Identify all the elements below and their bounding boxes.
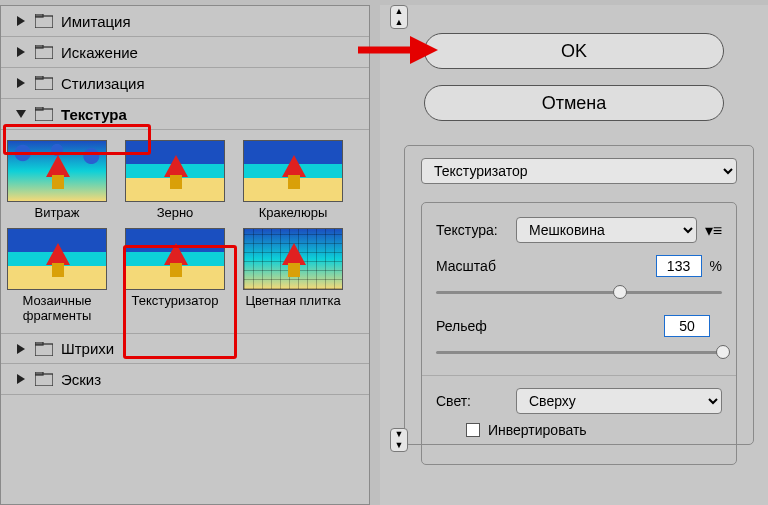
svg-marker-15 (17, 374, 25, 384)
thumb-grain[interactable]: Зерно (125, 140, 225, 220)
filter-tree-panel: Имитация Искажение Стилизация Текстура В… (0, 5, 370, 505)
svg-marker-3 (17, 47, 25, 57)
svg-rect-13 (35, 344, 53, 356)
thumb-mosaic-tiles[interactable]: Мозаичные фрагменты (7, 228, 107, 323)
chevron-right-icon (15, 343, 27, 355)
chevron-right-icon (15, 15, 27, 27)
tree-item-stylization[interactable]: Стилизация (1, 68, 369, 99)
settings-panel: ▲▲ OK Отмена Текстуризатор Текстура: Меш… (380, 5, 768, 505)
scale-unit: % (710, 258, 722, 274)
invert-label: Инвертировать (488, 422, 587, 438)
svg-rect-7 (35, 78, 53, 90)
thumb-label: Кракелюры (243, 205, 343, 220)
expand-stepper[interactable]: ▼▼ (390, 428, 408, 452)
chevron-right-icon (15, 46, 27, 58)
folder-icon (35, 76, 53, 90)
svg-marker-12 (17, 344, 25, 354)
svg-rect-16 (35, 374, 53, 386)
params-group: Текстуризатор Текстура: Мешковина ▾≡ Мас… (404, 145, 754, 445)
svg-rect-1 (35, 16, 53, 28)
cancel-button[interactable]: Отмена (424, 85, 724, 121)
svg-marker-6 (17, 78, 25, 88)
svg-marker-0 (17, 16, 25, 26)
tree-item-sketch[interactable]: Эскиз (1, 364, 369, 395)
folder-icon (35, 372, 53, 386)
thumb-label: Мозаичные фрагменты (7, 293, 107, 323)
filter-select[interactable]: Текстуризатор (421, 158, 737, 184)
tree-item-texture[interactable]: Текстура (1, 99, 369, 130)
thumb-label: Витраж (7, 205, 107, 220)
folder-icon (35, 342, 53, 356)
flyout-menu-icon[interactable]: ▾≡ (705, 221, 722, 240)
invert-checkbox[interactable] (466, 423, 480, 437)
scale-input[interactable] (656, 255, 702, 277)
tree-label: Эскиз (61, 371, 101, 388)
ok-button[interactable]: OK (424, 33, 724, 69)
tree-label: Имитация (61, 13, 131, 30)
texture-select[interactable]: Мешковина (516, 217, 697, 243)
collapse-stepper[interactable]: ▲▲ (390, 5, 408, 29)
thumbnails-grid: Витраж Зерно Кракелюры Мозаичные фрагмен… (1, 130, 369, 333)
tree-item-strokes[interactable]: Штрихи (1, 333, 369, 364)
thumb-stained-glass[interactable]: Витраж (7, 140, 107, 220)
svg-rect-10 (35, 109, 53, 121)
relief-slider[interactable] (436, 345, 722, 361)
scale-slider[interactable] (436, 285, 722, 301)
tree-label: Текстура (61, 106, 127, 123)
thumb-texturizer[interactable]: Текстуризатор (125, 228, 225, 323)
tree-label: Штрихи (61, 340, 114, 357)
folder-icon (35, 45, 53, 59)
chevron-right-icon (15, 373, 27, 385)
relief-input[interactable] (664, 315, 710, 337)
tree-label: Стилизация (61, 75, 145, 92)
tree-item-distortion[interactable]: Искажение (1, 37, 369, 68)
thumb-label: Зерно (125, 205, 225, 220)
folder-icon (35, 14, 53, 28)
svg-rect-4 (35, 47, 53, 59)
chevron-down-icon (15, 108, 27, 120)
folder-open-icon (35, 107, 53, 121)
texture-label: Текстура: (436, 222, 516, 238)
tree-item-imitation[interactable]: Имитация (1, 6, 369, 37)
scale-label: Масштаб (436, 258, 656, 274)
tree-label: Искажение (61, 44, 138, 61)
light-label: Свет: (436, 393, 516, 409)
chevron-right-icon (15, 77, 27, 89)
thumb-patchwork[interactable]: Цветная плитка (243, 228, 343, 323)
thumb-label: Текстуризатор (125, 293, 225, 308)
relief-label: Рельеф (436, 318, 664, 334)
thumb-craquelure[interactable]: Кракелюры (243, 140, 343, 220)
light-select[interactable]: Сверху (516, 388, 722, 414)
thumb-label: Цветная плитка (243, 293, 343, 308)
texture-params: Текстура: Мешковина ▾≡ Масштаб % Рельеф (421, 202, 737, 465)
svg-marker-9 (16, 110, 26, 118)
